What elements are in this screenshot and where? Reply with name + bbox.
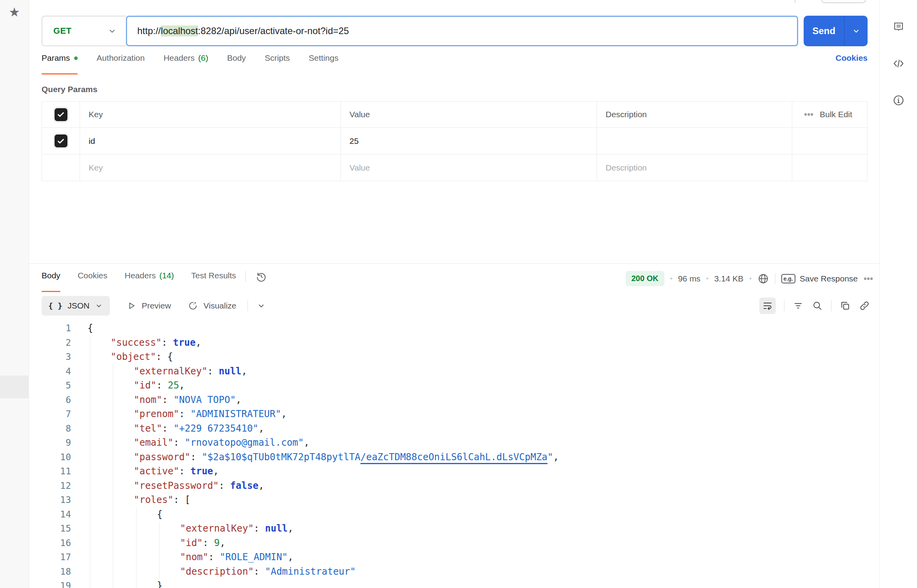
- comment-icon[interactable]: [892, 20, 905, 33]
- tab-params[interactable]: Params: [42, 53, 78, 74]
- response-more-options-icon[interactable]: [864, 274, 873, 283]
- response-tabs: Body Cookies Headers (14) Test Results: [42, 271, 236, 292]
- indent-guide: [113, 521, 113, 536]
- indent-guide: [113, 436, 113, 450]
- history-icon[interactable]: [255, 271, 267, 283]
- code-line: 19}: [29, 579, 879, 588]
- code-line-content: "id": 25,: [71, 378, 879, 393]
- tab-headers[interactable]: Headers (6): [164, 53, 208, 74]
- indent-guide: [136, 521, 136, 536]
- globe-icon[interactable]: [757, 273, 769, 285]
- indent-guide: [113, 479, 113, 493]
- response-tab-headers-label: Headers: [125, 271, 156, 280]
- response-tab-test-results-label: Test Results: [191, 271, 236, 280]
- response-tab-cookies[interactable]: Cookies: [78, 271, 107, 292]
- method-select[interactable]: GET: [42, 16, 126, 46]
- param-key-input[interactable]: id: [80, 128, 340, 154]
- indent-guide: [90, 336, 90, 350]
- viewer-actions: [759, 298, 870, 314]
- code-line-content: }: [71, 579, 879, 588]
- chevron-down-icon[interactable]: [257, 301, 266, 310]
- wrap-text-icon[interactable]: [759, 298, 776, 314]
- code-icon[interactable]: [892, 57, 905, 70]
- link-icon[interactable]: [859, 300, 870, 311]
- status-badge[interactable]: 200 OK: [626, 271, 664, 286]
- url-input[interactable]: http://localhost:8282/api/user/activate-…: [126, 16, 798, 46]
- code-line-content: "description": "Administrateur": [71, 564, 879, 579]
- code-line: 6"nom": "NOVA TOPO",: [29, 393, 879, 407]
- cookies-link[interactable]: Cookies: [835, 53, 868, 74]
- tab-authorization[interactable]: Authorization: [96, 53, 145, 74]
- row-checkbox[interactable]: [55, 134, 67, 147]
- line-number: 13: [29, 493, 71, 507]
- indent-guide: [113, 579, 113, 588]
- line-number: 4: [29, 364, 71, 379]
- copy-icon[interactable]: [840, 300, 851, 311]
- active-tab-underline: [42, 291, 60, 292]
- response-time[interactable]: 96 ms: [678, 274, 700, 283]
- response-header: Body Cookies Headers (14) Test Results: [29, 264, 879, 292]
- indent-guide: [90, 564, 90, 579]
- table-row-empty: Key Value Description: [42, 154, 867, 181]
- code-line-content: "nom": "NOVA TOPO",: [71, 393, 879, 407]
- indent-guide: [113, 493, 113, 507]
- select-all-checkbox[interactable]: [55, 108, 67, 121]
- more-options-icon[interactable]: [804, 110, 813, 119]
- indent-guide: [113, 550, 113, 564]
- param-key-input-empty[interactable]: Key: [80, 154, 340, 181]
- code-line: 18"description": "Administrateur": [29, 564, 879, 579]
- bulk-edit-cell: Bulk Edit: [792, 102, 867, 127]
- response-tab-body-label: Body: [42, 271, 60, 280]
- indent-guide: [113, 421, 113, 436]
- indent-guide: [159, 521, 160, 536]
- send-button[interactable]: Send: [804, 16, 868, 46]
- indent-guide: [90, 493, 90, 507]
- visualize-button[interactable]: Visualize: [187, 300, 237, 311]
- star-icon[interactable]: ★: [0, 5, 29, 20]
- code-line-content: "password": "$2a$10$qTUb0tMK72pT48pytlTA…: [71, 450, 879, 465]
- response-tab-body[interactable]: Body: [42, 271, 60, 292]
- line-number: 17: [29, 550, 71, 564]
- tab-settings[interactable]: Settings: [309, 53, 338, 74]
- row-checkbox-cell: [42, 154, 80, 181]
- tab-scripts[interactable]: Scripts: [265, 53, 290, 74]
- param-description-input[interactable]: [597, 128, 792, 154]
- code-line: 10"password": "$2a$10$qTUb0tMK72pT48pytl…: [29, 450, 879, 465]
- line-number: 18: [29, 564, 71, 579]
- indent-guide: [113, 564, 113, 579]
- indent-guide: [113, 407, 113, 421]
- format-select[interactable]: { } JSON: [42, 296, 110, 316]
- search-icon[interactable]: [812, 300, 823, 311]
- request-url-row: GET http://localhost:8282/api/user/activ…: [42, 16, 868, 46]
- response-body-viewer: 1{2"success": true,3"object": {4"externa…: [29, 321, 879, 588]
- send-label[interactable]: Send: [804, 16, 844, 46]
- param-value-input-empty[interactable]: Value: [340, 154, 597, 181]
- save-response-button[interactable]: e.g. Save Response: [781, 274, 858, 283]
- left-rail-scroll-thumb[interactable]: [0, 376, 29, 398]
- tab-body-label: Body: [227, 53, 246, 63]
- line-number: 8: [29, 421, 71, 436]
- info-icon[interactable]: [892, 94, 905, 107]
- response-size[interactable]: 3.14 KB: [714, 274, 744, 283]
- preview-button[interactable]: Preview: [126, 301, 171, 311]
- send-options-caret[interactable]: [844, 16, 868, 46]
- example-icon: e.g.: [781, 274, 795, 283]
- param-value-input[interactable]: 25: [340, 128, 597, 154]
- param-description-input-empty[interactable]: Description: [597, 154, 792, 181]
- code-line-content: "nom": "ROLE_ADMIN",: [71, 550, 879, 564]
- indent-guide: [136, 579, 136, 588]
- response-tab-test-results[interactable]: Test Results: [191, 271, 236, 292]
- tab-body[interactable]: Body: [227, 53, 246, 74]
- filter-icon[interactable]: [793, 300, 804, 311]
- code-line-content: "success": true,: [71, 336, 879, 350]
- bulk-edit-button[interactable]: Bulk Edit: [820, 110, 852, 119]
- code-line-content: "tel": "+229 67235410",: [71, 421, 879, 436]
- left-rail: ★: [0, 0, 29, 588]
- response-tab-headers[interactable]: Headers (14): [125, 271, 174, 292]
- code-line: 15"externalKey": null,: [29, 521, 879, 536]
- divider: [831, 300, 831, 311]
- dot-separator: [706, 278, 708, 279]
- line-number: 16: [29, 536, 71, 550]
- active-tab-underline: [42, 73, 78, 74]
- query-params-title: Query Params: [42, 85, 868, 94]
